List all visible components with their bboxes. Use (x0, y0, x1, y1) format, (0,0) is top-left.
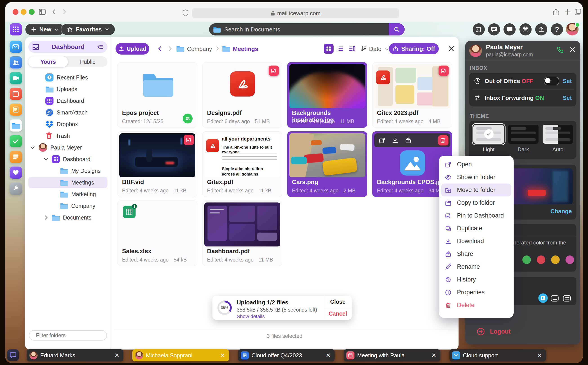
rail-favorites-app[interactable] (10, 167, 22, 179)
tree-item-company[interactable]: Company (25, 200, 111, 212)
rail-documents-app[interactable] (10, 119, 22, 132)
folder-panel-header[interactable]: Dashboard (28, 41, 108, 53)
swatch-red[interactable] (537, 255, 545, 264)
collapse-panel-icon[interactable] (97, 43, 104, 50)
breadcrumb-meetings[interactable]: Meetings (233, 46, 258, 53)
file-card-gitex-pdf[interactable]: all your departments The all-in-one suit… (202, 131, 282, 197)
menu-item-copy-to-folder[interactable]: Copy to folder (439, 197, 514, 209)
menu-item-share[interactable]: Share (439, 248, 514, 260)
rail-tasks-app[interactable] (10, 135, 22, 147)
maximize-window-button[interactable] (29, 9, 35, 15)
teamchat-header-button[interactable] (488, 23, 500, 35)
tab-yours[interactable]: Yours (28, 56, 68, 67)
sharing-toggle-button[interactable]: Sharing: Off (389, 43, 439, 54)
close-icon[interactable]: ✕ (326, 352, 331, 359)
close-icon[interactable]: ✕ (220, 352, 225, 359)
sort-direction-icon[interactable] (360, 45, 367, 52)
rail-notes-app[interactable] (10, 104, 22, 116)
browser-back-icon[interactable] (50, 8, 58, 15)
taskbar-tab-eduard-marks[interactable]: Eduard Marks ✕ (27, 349, 123, 361)
search-input[interactable] (224, 26, 389, 33)
new-button[interactable]: New (25, 24, 64, 35)
app-launcher-button[interactable] (10, 23, 22, 35)
chevron-down-icon[interactable] (43, 156, 49, 162)
icewarp-logo-button[interactable] (473, 23, 485, 35)
taskbar-tab-cloud-offer[interactable]: Cloud offer Q4/2023 ✕ (238, 349, 335, 361)
chevron-down-icon[interactable] (30, 145, 36, 150)
file-card-sales-xlsx[interactable]: $ Sales.xlsx Edited: 4 weeks ago54 kB (117, 200, 197, 266)
search-button[interactable] (389, 23, 405, 35)
chat-header-button[interactable] (503, 23, 516, 35)
theme-dark-tile[interactable] (508, 125, 538, 144)
inbox-forwarding-row[interactable]: Inbox Forwarding ON Set (469, 90, 576, 106)
taskbar-tab-michaela-sopprani[interactable]: Michaela Sopprani ✕ (132, 349, 229, 361)
browser-share-icon[interactable] (552, 8, 560, 16)
theme-light-tile[interactable] (473, 125, 504, 144)
share-icon[interactable] (405, 137, 412, 144)
chevron-down-icon[interactable] (384, 46, 389, 52)
swatch-yellow[interactable] (551, 255, 560, 264)
file-card-gitex-2023-pdf[interactable]: Gitex 2023.pdf Edited: 4 weeks ago4 MB (372, 62, 452, 128)
file-card-bttf-vid[interactable]: BttF.vid Edited: 4 weeks ago11 kB (117, 131, 197, 197)
tree-item-marketing[interactable]: Marketing (25, 188, 111, 200)
swatch-pink[interactable] (566, 255, 574, 264)
filter-folders-input[interactable] (36, 332, 106, 339)
browser-forward-icon[interactable] (61, 8, 68, 15)
menu-item-pin-to-dashboard[interactable]: Pin to Dashboard (439, 209, 514, 222)
tree-item-documents[interactable]: Documents (25, 212, 111, 223)
url-bar[interactable]: mail.icewarp.com (192, 8, 399, 18)
menu-item-duplicate[interactable]: Duplicate (439, 222, 514, 235)
menu-item-properties[interactable]: Properties (439, 286, 514, 299)
calendar-header-button[interactable] (519, 23, 532, 35)
search-bar[interactable] (209, 23, 405, 35)
close-panel-icon[interactable] (569, 46, 576, 53)
open-external-icon[interactable] (379, 137, 385, 144)
out-of-office-toggle[interactable] (544, 77, 559, 85)
call-icon[interactable] (557, 46, 564, 53)
menu-item-rename[interactable]: Rename (439, 260, 514, 273)
browser-sidebar-icon[interactable] (38, 8, 46, 16)
swatch-green[interactable] (522, 255, 531, 264)
view-columns-button[interactable] (348, 45, 356, 52)
rail-feeds-app[interactable] (10, 151, 22, 163)
tree-item-paula-meyer[interactable]: Paula Meyer (25, 142, 111, 153)
browser-tabs-icon[interactable] (574, 8, 582, 16)
help-button[interactable]: ? (551, 23, 563, 35)
pattern-option-selected-icon[interactable] (538, 293, 548, 303)
tab-public[interactable]: Public (68, 56, 108, 67)
close-icon[interactable]: ✕ (537, 352, 542, 359)
close-view-icon[interactable] (448, 45, 455, 52)
chevron-right-icon[interactable] (43, 215, 49, 220)
view-grid-button[interactable] (324, 44, 334, 54)
close-icon[interactable]: ✕ (431, 352, 436, 359)
menu-item-open[interactable]: Open (439, 158, 514, 171)
menu-item-delete[interactable]: Delete (439, 299, 514, 312)
browser-new-tab-icon[interactable] (564, 8, 571, 16)
out-of-office-row[interactable]: Out of Office OFF Set (469, 73, 576, 89)
rail-admin-app[interactable] (10, 183, 22, 195)
breadcrumb-company[interactable]: Company (187, 46, 212, 53)
toast-cancel-button[interactable]: Cancel (324, 308, 352, 320)
tree-item-meetings[interactable]: Meetings (28, 177, 108, 188)
rail-contacts-app[interactable] (10, 56, 22, 69)
teamchat-dock-button[interactable] (7, 349, 19, 361)
sort-by-label[interactable]: Date (369, 46, 381, 53)
tree-item-trash[interactable]: Trash (25, 130, 111, 142)
view-list-button[interactable] (337, 45, 344, 52)
tree-item-dashboard-nested[interactable]: Dashboard (25, 153, 111, 165)
upload-button[interactable]: Upload (116, 43, 149, 55)
taskbar-tab-meeting-with-paula[interactable]: Meeting with Paula ✕ (344, 349, 440, 361)
file-card-epos-project[interactable]: Epos project Created: 12/15/25 (117, 62, 197, 128)
theme-auto-tile[interactable] (543, 125, 573, 144)
download-icon[interactable] (392, 137, 399, 144)
close-icon[interactable]: ✕ (114, 352, 119, 359)
favorites-button[interactable]: Favorites (61, 24, 115, 35)
minimize-window-button[interactable] (21, 9, 27, 15)
history-back-icon[interactable] (156, 45, 164, 52)
tree-item-smartattach[interactable]: SmartAttach (25, 107, 111, 118)
upload-header-button[interactable] (535, 23, 547, 35)
rail-calendar-app[interactable] (10, 88, 22, 100)
rail-mail-app[interactable] (10, 41, 22, 53)
tree-item-dropbox[interactable]: Dropbox (25, 118, 111, 130)
filter-folders-field[interactable] (29, 330, 107, 341)
